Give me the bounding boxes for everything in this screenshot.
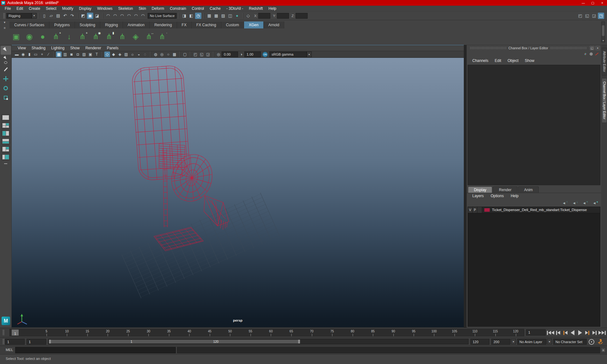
panel-menu-item[interactable]: Panels <box>104 46 121 50</box>
animation-start-field[interactable]: 1 <box>5 339 25 345</box>
channel-box-menu-item[interactable]: Edit <box>492 58 504 63</box>
menu-item[interactable]: File <box>2 6 14 11</box>
live-surface-field[interactable]: No Live Surface <box>148 13 177 19</box>
step-back-frame-button[interactable] <box>562 329 569 337</box>
image-plane-icon[interactable]: ▭ <box>33 52 39 57</box>
paint-select-tool[interactable] <box>1 65 11 74</box>
resolution-gate-icon[interactable]: ◙ <box>69 52 74 57</box>
channel-box-header[interactable]: Channel Box / Layer Editor ◱ × <box>467 45 601 51</box>
menu-item[interactable]: Edit <box>14 6 26 11</box>
playback-start-field[interactable]: 1 <box>27 339 46 345</box>
shelf-scroll-down-icon[interactable]: ▾ <box>603 39 604 42</box>
menu-item[interactable]: Help <box>266 6 279 11</box>
layer-editor-menu-item[interactable]: Help <box>508 194 521 198</box>
xgen-create-description-icon[interactable]: ● <box>37 31 48 42</box>
drag-handle[interactable] <box>3 339 4 344</box>
film-gate-icon[interactable]: ▥ <box>62 52 68 57</box>
shelf-tab[interactable]: FX <box>177 21 192 28</box>
safe-action-icon[interactable]: ▣ <box>88 52 93 57</box>
xgen-width-tool-icon[interactable]: ⋔↔ <box>144 31 154 42</box>
current-frame-marker[interactable]: 1 <box>12 330 19 336</box>
output-connections-icon[interactable]: ◧ <box>188 13 194 19</box>
hyperbolic-control-icon[interactable] <box>595 52 598 55</box>
gamma-circle-icon[interactable]: ○ <box>165 52 171 57</box>
xgen-comb-tool-icon[interactable]: ⋔ <box>117 31 128 42</box>
panel-drag-dots[interactable] <box>550 47 587 49</box>
go-to-end-button[interactable] <box>598 329 606 337</box>
shelf-tab[interactable]: Rendering <box>150 21 177 28</box>
layer-display-type-toggle[interactable] <box>477 207 482 213</box>
grid-icon[interactable]: ▦ <box>56 52 62 57</box>
menu-item[interactable]: Cache <box>207 6 224 11</box>
make-live-icon[interactable]: ◠ <box>140 13 146 19</box>
menu-item[interactable]: Select <box>43 6 59 11</box>
undo-icon[interactable]: ↶ <box>62 13 68 19</box>
xgen-toggle-preview-icon[interactable]: ⋔◉ <box>90 31 101 42</box>
command-input-field[interactable] <box>15 347 176 353</box>
layout-two-pane-stacked-button[interactable] <box>2 138 10 144</box>
snap-to-grid-icon[interactable]: ◠ <box>105 13 111 19</box>
character-set-select[interactable]: No Character Set <box>553 339 587 345</box>
shelf-tab[interactable]: XGen <box>244 21 264 28</box>
select-object-mode-icon[interactable]: ▣ <box>87 13 93 19</box>
shelf-tab[interactable]: FX Caching <box>192 21 221 28</box>
menu-item[interactable]: Modify <box>59 6 76 11</box>
pane-layout-icon[interactable]: ◰ <box>193 52 198 57</box>
select-camera-icon[interactable]: ▬ <box>14 52 20 57</box>
snap-to-projected-center-icon[interactable]: ◠ <box>126 13 132 19</box>
layer-color-swatch[interactable] <box>484 208 490 212</box>
exposure-field[interactable]: 0.00 <box>222 52 238 57</box>
default-material-icon[interactable]: ◍ <box>153 52 158 57</box>
color-chart-icon[interactable]: ◎ <box>159 52 165 57</box>
use-all-lights-icon[interactable]: ☼ <box>130 52 135 57</box>
menu-item[interactable]: Redshift <box>246 6 266 11</box>
layout-four-pane-button[interactable] <box>2 122 10 129</box>
xgen-editor-icon[interactable]: ▣ <box>11 31 21 42</box>
new-scene-icon[interactable]: ▯ <box>41 13 47 19</box>
y-coordinate-field[interactable] <box>277 13 289 19</box>
input-connections-icon[interactable]: ◨ <box>181 13 187 19</box>
layer-editor-tab[interactable]: Anim <box>518 186 539 193</box>
channel-box-menu-item[interactable]: Show <box>522 58 537 63</box>
wireframe-on-shaded-icon[interactable]: ◈ <box>117 52 123 57</box>
pane-divider[interactable] <box>464 45 467 328</box>
channel-box-menu-item[interactable]: Object <box>505 58 521 63</box>
layer-create-icon[interactable]: ◂+ <box>581 200 587 205</box>
xgen-export-selection-icon[interactable]: ↓ <box>64 31 75 42</box>
drag-handle[interactable] <box>3 13 5 19</box>
snap-to-curves-icon[interactable]: ◠ <box>112 13 118 19</box>
xgen-lock-description-icon[interactable]: ⋔▮ <box>104 31 114 42</box>
menu-item[interactable]: Create <box>26 6 43 11</box>
menu-item[interactable]: - 3DtoAll - <box>224 6 246 11</box>
x-coordinate-field[interactable] <box>258 13 270 19</box>
shelf-menu-icon[interactable]: ≡ <box>4 27 6 30</box>
sidebar-vertical-tab[interactable]: Channel Box / Layer Editor <box>602 78 607 123</box>
playback-end-field[interactable]: 120 <box>470 339 489 345</box>
shelf-tab[interactable]: Custom <box>221 21 244 28</box>
lasso-tool[interactable] <box>1 55 11 64</box>
step-back-key-button[interactable] <box>555 329 561 337</box>
save-scene-icon[interactable]: ▤ <box>55 13 61 19</box>
contrast-icon[interactable]: ◑ <box>238 52 244 57</box>
panel-menu-item[interactable]: Shading <box>29 46 48 50</box>
color-transform-dropdown-icon[interactable]: ▼ <box>307 52 312 57</box>
drag-handle[interactable] <box>3 330 4 335</box>
hypershade-icon[interactable]: ◫ <box>227 13 233 19</box>
shelf-tab[interactable]: Arnold <box>264 21 285 28</box>
range-slider-track[interactable]: 1 120 <box>48 339 469 344</box>
gate-mask-icon[interactable]: ◘ <box>75 52 81 57</box>
layer-move-down-icon[interactable]: ◂↓ <box>571 200 577 205</box>
anim-layer-dropdown-icon[interactable]: ▼ <box>511 339 516 344</box>
menu-item[interactable]: Control <box>189 6 207 11</box>
menu-item[interactable]: Constrain <box>167 6 189 11</box>
layer-editor-menu-item[interactable]: Layers <box>470 194 486 198</box>
move-tool[interactable] <box>1 74 11 83</box>
tool-settings-toggle-icon[interactable]: ◲ <box>591 13 597 19</box>
step-forward-frame-button[interactable] <box>584 329 591 337</box>
panel-menu-item[interactable]: Show <box>67 46 83 50</box>
construction-history-icon[interactable]: ◷ <box>195 13 201 19</box>
xgen-patch-icon[interactable]: ◈ <box>130 31 141 42</box>
layer-editor-menu-item[interactable]: Options <box>488 194 506 198</box>
shadows-icon[interactable]: ◒ <box>136 52 142 57</box>
xgen-attach-description-icon[interactable]: ⋔+ <box>77 31 88 42</box>
